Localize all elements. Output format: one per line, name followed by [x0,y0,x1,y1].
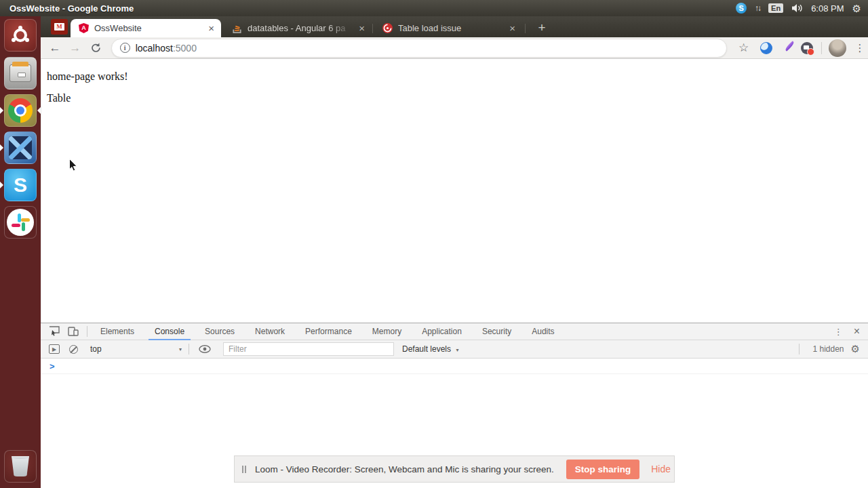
reload-button[interactable] [90,42,102,54]
angular-icon: A [79,23,89,33]
devtools-tab-memory[interactable]: Memory [362,323,412,340]
running-indicator-skype [0,182,3,188]
live-expression-eye-icon[interactable] [199,345,211,353]
gmail-icon: M [54,23,64,30]
tab-close-icon[interactable]: × [208,23,214,33]
devtools-tab-sources[interactable]: Sources [195,323,245,340]
tab-close-icon[interactable]: × [509,23,515,33]
url-text[interactable]: localhost:5000 [136,43,197,54]
devtools-tab-console[interactable]: Console [144,323,195,340]
table-text: Table [47,92,71,104]
tab-strip: M A OssWebsite × datatables - Angular 6 … [41,16,868,37]
volume-icon[interactable] [791,3,803,13]
tab-title: OssWebsite [94,23,204,33]
stop-sharing-button[interactable]: Stop sharing [566,460,640,479]
hidden-messages-count[interactable]: 1 hidden [813,344,844,354]
context-selector[interactable]: top ▾ [90,344,182,354]
launcher-item-chrome[interactable] [4,94,37,127]
window-title: OssWebsite - Google Chrome [9,3,736,14]
devtools-tab-application[interactable]: Application [412,323,472,340]
toolbar-separator [799,344,800,354]
console-prompt-row[interactable]: > [41,359,868,374]
launcher-item-skype[interactable]: S [4,169,37,201]
mouse-cursor [68,158,79,172]
tab-separator [525,24,526,33]
new-tab-button[interactable]: + [533,19,551,37]
log-levels-value: Default levels [402,344,451,354]
toolbar-separator [821,42,822,54]
keyboard-layout-indicator[interactable]: En [768,3,783,13]
screen-sharing-bar: Loom - Video Recorder: Screen, Webcam an… [234,455,675,483]
console-prompt-chevron: > [50,361,55,371]
sharing-message: Loom - Video Recorder: Screen, Webcam an… [255,464,554,474]
inspect-element-icon[interactable] [49,326,60,337]
console-filter-input[interactable] [223,342,394,356]
tab-datatables[interactable]: datatables - Angular 6 pa × [224,19,372,37]
tab-close-icon[interactable]: × [359,23,365,33]
launcher-item-trash[interactable] [4,450,37,483]
devtools-tab-performance[interactable]: Performance [295,323,362,340]
devtools-tab-audits[interactable]: Audits [521,323,564,340]
devtools-tab-elements[interactable]: Elements [90,323,144,340]
launcher-item-files[interactable] [4,57,37,89]
chevron-down-icon: ▾ [456,347,458,353]
console-sidebar-toggle-icon[interactable]: ▶ [49,344,60,354]
forward-button[interactable]: → [65,41,85,55]
session-gear-icon[interactable]: ⚙ [852,3,861,14]
ubuntu-logo-icon [12,26,29,44]
launcher-item-ubuntu-dash[interactable] [4,19,37,52]
loom-extension-icon[interactable] [760,42,772,54]
slack-icon [7,209,34,236]
tab-osswebsite[interactable]: A OssWebsite × [71,19,221,37]
url-port: :5000 [173,43,197,54]
hide-button[interactable]: Hide [651,464,671,474]
trash-icon [12,456,29,476]
system-tray: S ↑↓ En 6:08 PM ⚙ [736,3,868,14]
datatables-forum-icon [382,23,393,33]
launcher-item-vscode[interactable] [4,131,37,164]
running-indicator-chrome [0,107,3,114]
recorder-extension-icon[interactable] [801,42,813,54]
devtools-tab-security[interactable]: Security [472,323,521,340]
unity-launcher: S [0,16,41,488]
skype-tray-icon[interactable]: S [736,3,747,14]
home-page-text: home-page works! [47,70,128,83]
address-bar[interactable]: i localhost:5000 [111,39,727,58]
tab-title: Table load issue [398,23,505,33]
console-toolbar: ▶ top ▾ Default levels ▾ 1 hidden ⚙ [41,340,868,359]
network-indicator-icon[interactable]: ↑↓ [755,3,760,13]
stackoverflow-icon [232,23,242,33]
vscode-icon [9,136,32,159]
system-top-bar: OssWebsite - Google Chrome S ↑↓ En 6:08 … [0,0,868,16]
url-host: localhost [136,43,173,54]
pinned-tab-gmail[interactable]: M [51,19,68,35]
tab-separator [372,24,373,33]
devtools-menu-icon[interactable]: ⋮ [827,327,850,337]
browser-toolbar: ← → i localhost:5000 ☆ ⋮ [41,37,868,59]
tab-table-load-issue[interactable]: Table load issue × [374,19,522,37]
grip-icon [242,466,246,473]
devtools-tab-network[interactable]: Network [245,323,295,340]
pen-extension-icon[interactable] [781,42,793,54]
device-toolbar-icon[interactable] [68,326,79,337]
page-content: home-page works! Table ⋯ × ✓ [41,59,868,323]
console-settings-gear-icon[interactable]: ⚙ [851,343,860,355]
chrome-logo-icon [8,98,33,123]
toolbar-separator [189,344,189,354]
profile-avatar[interactable] [829,39,846,57]
chevron-down-icon: ▾ [179,346,182,352]
tab-title: datatables - Angular 6 pa [248,23,355,33]
launcher-item-slack[interactable] [4,206,37,239]
running-indicator-vscode [0,144,3,151]
devtools-close-icon[interactable]: × [850,325,868,338]
log-levels-dropdown[interactable]: Default levels ▾ [402,344,458,354]
page-info-icon[interactable]: i [120,43,130,53]
file-cabinet-icon [9,64,31,82]
bookmark-star-icon[interactable]: ☆ [735,41,753,55]
chrome-menu-icon[interactable]: ⋮ [852,42,868,54]
clear-console-icon[interactable] [69,345,78,354]
clock[interactable]: 6:08 PM [811,3,844,14]
context-selector-value: top [90,344,102,354]
back-button[interactable]: ← [45,41,65,55]
toolbar-separator [87,326,87,337]
